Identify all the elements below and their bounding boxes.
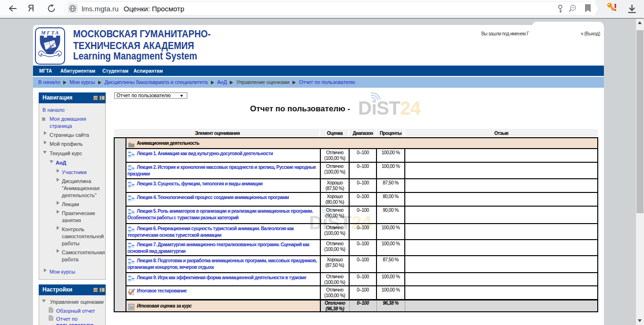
svg-text:МГТА: МГТА bbox=[41, 30, 60, 35]
